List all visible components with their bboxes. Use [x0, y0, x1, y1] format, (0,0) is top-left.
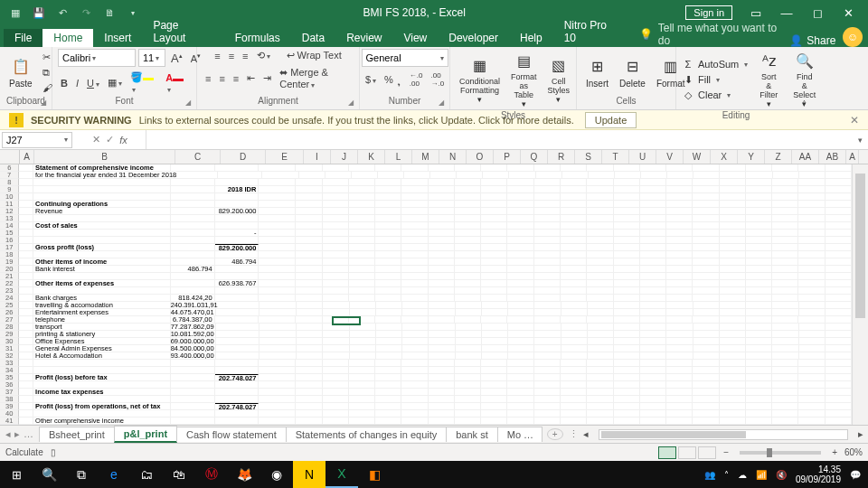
col-header[interactable]: V — [656, 150, 684, 164]
cell[interactable] — [296, 201, 322, 208]
cell[interactable] — [456, 345, 482, 352]
cell[interactable] — [666, 410, 693, 418]
taskbar-mcafee-icon[interactable]: Ⓜ — [195, 461, 228, 488]
cell[interactable] — [455, 273, 481, 280]
cell[interactable]: for the financial year ended 31 December… — [33, 172, 175, 179]
cell[interactable] — [481, 201, 507, 208]
cell[interactable] — [798, 381, 825, 389]
cell[interactable] — [666, 309, 693, 316]
cell[interactable] — [772, 410, 798, 418]
cell[interactable] — [534, 367, 561, 374]
cell[interactable] — [587, 179, 613, 186]
cell[interactable] — [429, 179, 455, 186]
cell[interactable] — [296, 237, 322, 244]
cell[interactable] — [640, 287, 666, 295]
grid-row[interactable]: 35Profit (loss) before tax202.748.027 — [0, 374, 852, 381]
cell[interactable] — [772, 280, 798, 287]
cell[interactable] — [799, 172, 826, 179]
cell[interactable] — [323, 338, 349, 345]
cell[interactable] — [375, 389, 401, 396]
cell[interactable] — [693, 201, 719, 208]
cell[interactable]: Cost of sales — [33, 222, 171, 230]
cell[interactable] — [429, 338, 455, 345]
font-name-select[interactable]: Calibri▾ — [58, 49, 136, 67]
number-launcher-icon[interactable]: ◢ — [439, 99, 444, 107]
cell[interactable] — [826, 309, 852, 316]
cell[interactable] — [323, 179, 349, 186]
cell[interactable] — [640, 345, 666, 352]
tab-insert[interactable]: Insert — [93, 29, 142, 47]
cell[interactable] — [455, 381, 481, 389]
cell[interactable] — [534, 164, 561, 172]
cell[interactable] — [693, 316, 719, 324]
cell[interactable] — [588, 338, 614, 345]
cell[interactable] — [349, 367, 375, 374]
cell[interactable] — [429, 251, 455, 258]
cell[interactable] — [375, 367, 401, 374]
cell[interactable] — [772, 266, 798, 273]
cell[interactable] — [375, 381, 401, 389]
cell[interactable] — [746, 389, 772, 396]
cell[interactable] — [350, 352, 376, 360]
cell[interactable] — [746, 345, 772, 352]
cell[interactable] — [666, 164, 693, 172]
cell[interactable] — [587, 381, 613, 389]
cell[interactable] — [507, 287, 533, 295]
cell[interactable] — [259, 374, 296, 381]
cell[interactable] — [349, 381, 375, 389]
grid-row[interactable]: 12Revenue829.200.000 — [0, 208, 852, 215]
cell[interactable] — [534, 302, 561, 309]
cell[interactable]: 202.748.027 — [215, 374, 259, 381]
cell[interactable] — [798, 164, 825, 172]
cell[interactable] — [455, 367, 481, 374]
cell[interactable] — [693, 418, 719, 425]
cell[interactable] — [693, 287, 719, 295]
cell[interactable] — [296, 367, 322, 374]
cell[interactable] — [561, 352, 588, 360]
cell[interactable] — [375, 237, 401, 244]
cell[interactable] — [455, 396, 481, 403]
cell[interactable] — [534, 389, 561, 396]
cell[interactable] — [323, 215, 349, 222]
cell[interactable] — [561, 418, 587, 425]
cell[interactable] — [402, 302, 429, 309]
cell[interactable] — [614, 309, 640, 316]
sheet-tab-bsheet[interactable]: Bsheet_print — [39, 427, 115, 442]
cell[interactable] — [19, 201, 33, 208]
cell[interactable] — [401, 164, 428, 172]
cell[interactable] — [323, 273, 349, 280]
cell[interactable] — [587, 273, 613, 280]
cell[interactable] — [561, 381, 587, 389]
cell[interactable] — [19, 389, 33, 396]
cell[interactable] — [666, 215, 693, 222]
cell[interactable] — [19, 345, 33, 352]
cell[interactable] — [693, 280, 719, 287]
decrease-indent-icon[interactable]: ⇤ — [244, 71, 258, 85]
paste-button[interactable]: 📋 Paste — [5, 55, 36, 90]
wrap-text-button[interactable]: ↩ Wrap Text — [284, 49, 344, 62]
cell[interactable] — [401, 179, 428, 186]
cell[interactable] — [481, 381, 507, 389]
fill-color-button[interactable]: 🪣▾ — [127, 70, 160, 95]
cell[interactable] — [799, 345, 826, 352]
cell[interactable] — [562, 172, 589, 179]
cell[interactable] — [746, 266, 772, 273]
cell[interactable] — [614, 396, 640, 403]
cell[interactable] — [614, 273, 640, 280]
cell[interactable] — [640, 164, 666, 172]
cell[interactable] — [772, 208, 798, 215]
cell[interactable] — [19, 186, 33, 193]
cell[interactable] — [561, 164, 587, 172]
cell[interactable] — [507, 258, 533, 266]
cell[interactable] — [375, 179, 401, 186]
cell[interactable] — [693, 222, 719, 230]
align-center-icon[interactable]: ≡ — [216, 72, 227, 85]
cell[interactable] — [481, 295, 507, 302]
cell[interactable] — [534, 345, 561, 352]
accounting-format-icon[interactable]: $▾ — [363, 73, 379, 86]
cell[interactable] — [666, 273, 693, 280]
cell[interactable] — [507, 201, 533, 208]
cell[interactable] — [455, 403, 481, 410]
cell[interactable] — [588, 324, 614, 331]
cell[interactable] — [615, 172, 641, 179]
